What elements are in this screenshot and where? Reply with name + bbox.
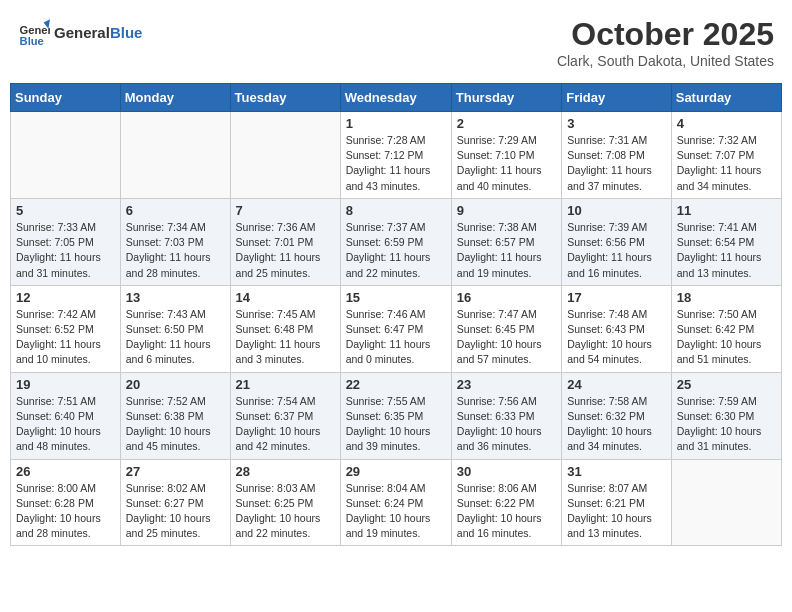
calendar-day-cell: 24Sunrise: 7:58 AM Sunset: 6:32 PM Dayli… (562, 372, 672, 459)
calendar-day-cell (671, 459, 781, 546)
svg-text:Blue: Blue (20, 35, 44, 47)
day-number: 23 (457, 377, 556, 392)
day-detail: Sunrise: 7:45 AM Sunset: 6:48 PM Dayligh… (236, 307, 335, 368)
month-title: October 2025 (557, 16, 774, 53)
calendar-day-cell: 28Sunrise: 8:03 AM Sunset: 6:25 PM Dayli… (230, 459, 340, 546)
day-detail: Sunrise: 7:32 AM Sunset: 7:07 PM Dayligh… (677, 133, 776, 194)
day-detail: Sunrise: 8:00 AM Sunset: 6:28 PM Dayligh… (16, 481, 115, 542)
day-detail: Sunrise: 7:50 AM Sunset: 6:42 PM Dayligh… (677, 307, 776, 368)
day-detail: Sunrise: 7:33 AM Sunset: 7:05 PM Dayligh… (16, 220, 115, 281)
day-detail: Sunrise: 7:43 AM Sunset: 6:50 PM Dayligh… (126, 307, 225, 368)
calendar-day-cell: 23Sunrise: 7:56 AM Sunset: 6:33 PM Dayli… (451, 372, 561, 459)
day-detail: Sunrise: 7:54 AM Sunset: 6:37 PM Dayligh… (236, 394, 335, 455)
day-detail: Sunrise: 7:39 AM Sunset: 6:56 PM Dayligh… (567, 220, 666, 281)
day-detail: Sunrise: 7:36 AM Sunset: 7:01 PM Dayligh… (236, 220, 335, 281)
header-wednesday: Wednesday (340, 84, 451, 112)
calendar-day-cell (230, 112, 340, 199)
day-number: 17 (567, 290, 666, 305)
day-number: 26 (16, 464, 115, 479)
calendar-day-cell (120, 112, 230, 199)
calendar-week-row: 12Sunrise: 7:42 AM Sunset: 6:52 PM Dayli… (11, 285, 782, 372)
day-number: 16 (457, 290, 556, 305)
day-number: 31 (567, 464, 666, 479)
calendar-day-cell: 13Sunrise: 7:43 AM Sunset: 6:50 PM Dayli… (120, 285, 230, 372)
calendar-week-row: 26Sunrise: 8:00 AM Sunset: 6:28 PM Dayli… (11, 459, 782, 546)
calendar-day-cell: 19Sunrise: 7:51 AM Sunset: 6:40 PM Dayli… (11, 372, 121, 459)
day-number: 29 (346, 464, 446, 479)
calendar-day-cell: 18Sunrise: 7:50 AM Sunset: 6:42 PM Dayli… (671, 285, 781, 372)
day-detail: Sunrise: 7:42 AM Sunset: 6:52 PM Dayligh… (16, 307, 115, 368)
calendar-day-cell: 11Sunrise: 7:41 AM Sunset: 6:54 PM Dayli… (671, 198, 781, 285)
title-block: October 2025 Clark, South Dakota, United… (557, 16, 774, 69)
day-detail: Sunrise: 7:47 AM Sunset: 6:45 PM Dayligh… (457, 307, 556, 368)
day-number: 28 (236, 464, 335, 479)
calendar-day-cell: 27Sunrise: 8:02 AM Sunset: 6:27 PM Dayli… (120, 459, 230, 546)
day-detail: Sunrise: 7:29 AM Sunset: 7:10 PM Dayligh… (457, 133, 556, 194)
day-detail: Sunrise: 7:58 AM Sunset: 6:32 PM Dayligh… (567, 394, 666, 455)
calendar-day-cell: 21Sunrise: 7:54 AM Sunset: 6:37 PM Dayli… (230, 372, 340, 459)
day-number: 6 (126, 203, 225, 218)
calendar-day-cell: 10Sunrise: 7:39 AM Sunset: 6:56 PM Dayli… (562, 198, 672, 285)
svg-text:General: General (20, 24, 50, 36)
day-number: 4 (677, 116, 776, 131)
calendar-week-row: 5Sunrise: 7:33 AM Sunset: 7:05 PM Daylig… (11, 198, 782, 285)
page-header: General Blue GeneralBlue October 2025 Cl… (10, 10, 782, 75)
day-number: 3 (567, 116, 666, 131)
day-detail: Sunrise: 7:34 AM Sunset: 7:03 PM Dayligh… (126, 220, 225, 281)
day-number: 19 (16, 377, 115, 392)
calendar-day-cell: 15Sunrise: 7:46 AM Sunset: 6:47 PM Dayli… (340, 285, 451, 372)
day-detail: Sunrise: 7:55 AM Sunset: 6:35 PM Dayligh… (346, 394, 446, 455)
header-monday: Monday (120, 84, 230, 112)
day-number: 11 (677, 203, 776, 218)
day-detail: Sunrise: 8:02 AM Sunset: 6:27 PM Dayligh… (126, 481, 225, 542)
calendar-table: SundayMondayTuesdayWednesdayThursdayFrid… (10, 83, 782, 546)
day-number: 9 (457, 203, 556, 218)
day-detail: Sunrise: 7:51 AM Sunset: 6:40 PM Dayligh… (16, 394, 115, 455)
calendar-day-cell: 9Sunrise: 7:38 AM Sunset: 6:57 PM Daylig… (451, 198, 561, 285)
day-detail: Sunrise: 7:41 AM Sunset: 6:54 PM Dayligh… (677, 220, 776, 281)
day-detail: Sunrise: 8:03 AM Sunset: 6:25 PM Dayligh… (236, 481, 335, 542)
day-number: 25 (677, 377, 776, 392)
calendar-day-cell: 2Sunrise: 7:29 AM Sunset: 7:10 PM Daylig… (451, 112, 561, 199)
day-detail: Sunrise: 7:46 AM Sunset: 6:47 PM Dayligh… (346, 307, 446, 368)
day-number: 18 (677, 290, 776, 305)
day-detail: Sunrise: 7:38 AM Sunset: 6:57 PM Dayligh… (457, 220, 556, 281)
day-detail: Sunrise: 8:06 AM Sunset: 6:22 PM Dayligh… (457, 481, 556, 542)
calendar-day-cell: 16Sunrise: 7:47 AM Sunset: 6:45 PM Dayli… (451, 285, 561, 372)
day-number: 14 (236, 290, 335, 305)
calendar-day-cell: 4Sunrise: 7:32 AM Sunset: 7:07 PM Daylig… (671, 112, 781, 199)
day-number: 13 (126, 290, 225, 305)
day-number: 10 (567, 203, 666, 218)
day-detail: Sunrise: 7:56 AM Sunset: 6:33 PM Dayligh… (457, 394, 556, 455)
calendar-day-cell: 6Sunrise: 7:34 AM Sunset: 7:03 PM Daylig… (120, 198, 230, 285)
day-number: 12 (16, 290, 115, 305)
day-detail: Sunrise: 8:04 AM Sunset: 6:24 PM Dayligh… (346, 481, 446, 542)
calendar-day-cell: 26Sunrise: 8:00 AM Sunset: 6:28 PM Dayli… (11, 459, 121, 546)
day-detail: Sunrise: 7:37 AM Sunset: 6:59 PM Dayligh… (346, 220, 446, 281)
calendar-day-cell: 7Sunrise: 7:36 AM Sunset: 7:01 PM Daylig… (230, 198, 340, 285)
calendar-day-cell: 25Sunrise: 7:59 AM Sunset: 6:30 PM Dayli… (671, 372, 781, 459)
logo-text: GeneralBlue (54, 24, 142, 41)
header-tuesday: Tuesday (230, 84, 340, 112)
calendar-day-cell: 12Sunrise: 7:42 AM Sunset: 6:52 PM Dayli… (11, 285, 121, 372)
day-number: 2 (457, 116, 556, 131)
calendar-day-cell: 14Sunrise: 7:45 AM Sunset: 6:48 PM Dayli… (230, 285, 340, 372)
calendar-day-cell: 22Sunrise: 7:55 AM Sunset: 6:35 PM Dayli… (340, 372, 451, 459)
calendar-day-cell: 5Sunrise: 7:33 AM Sunset: 7:05 PM Daylig… (11, 198, 121, 285)
day-number: 15 (346, 290, 446, 305)
day-number: 1 (346, 116, 446, 131)
calendar-day-cell: 29Sunrise: 8:04 AM Sunset: 6:24 PM Dayli… (340, 459, 451, 546)
day-number: 8 (346, 203, 446, 218)
day-detail: Sunrise: 7:31 AM Sunset: 7:08 PM Dayligh… (567, 133, 666, 194)
calendar-day-cell: 31Sunrise: 8:07 AM Sunset: 6:21 PM Dayli… (562, 459, 672, 546)
day-number: 30 (457, 464, 556, 479)
calendar-day-cell: 3Sunrise: 7:31 AM Sunset: 7:08 PM Daylig… (562, 112, 672, 199)
header-thursday: Thursday (451, 84, 561, 112)
day-detail: Sunrise: 8:07 AM Sunset: 6:21 PM Dayligh… (567, 481, 666, 542)
day-detail: Sunrise: 7:48 AM Sunset: 6:43 PM Dayligh… (567, 307, 666, 368)
day-number: 27 (126, 464, 225, 479)
day-detail: Sunrise: 7:28 AM Sunset: 7:12 PM Dayligh… (346, 133, 446, 194)
logo-icon: General Blue (18, 16, 50, 48)
calendar-header-row: SundayMondayTuesdayWednesdayThursdayFrid… (11, 84, 782, 112)
day-detail: Sunrise: 7:59 AM Sunset: 6:30 PM Dayligh… (677, 394, 776, 455)
